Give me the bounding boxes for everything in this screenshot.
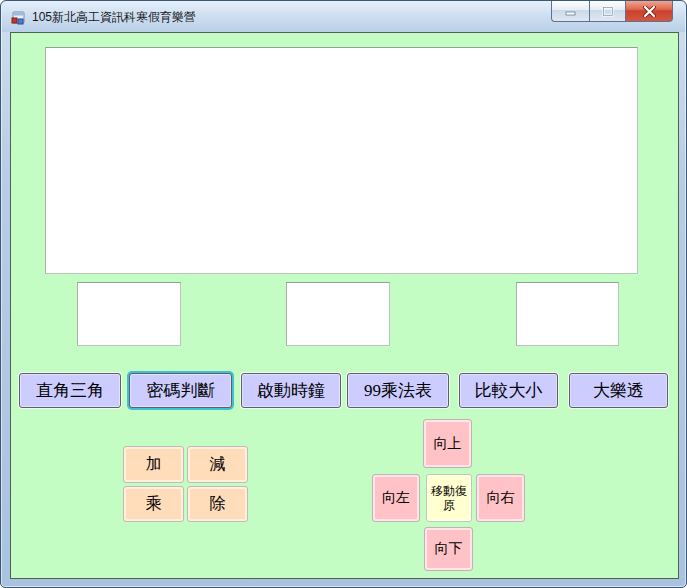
close-icon <box>643 6 656 17</box>
winforms-app-icon <box>10 10 26 26</box>
compare-size-button[interactable]: 比較大小 <box>459 373 558 408</box>
sub-panel-2 <box>286 282 390 346</box>
app-window: 105新北高工資訊科寒假育樂營 直角三角 密碼判斷 啟動時鐘 99乘法表 比較大… <box>0 0 687 588</box>
maximize-button[interactable] <box>589 1 626 22</box>
move-up-button[interactable]: 向上 <box>423 419 472 468</box>
caption-buttons <box>551 1 673 23</box>
sub-panel-1 <box>77 282 181 346</box>
multiplication-table-button[interactable]: 99乘法表 <box>347 373 449 408</box>
main-display-panel <box>45 47 638 274</box>
minimize-icon <box>565 7 577 16</box>
move-right-button[interactable]: 向右 <box>476 474 525 522</box>
close-button[interactable] <box>626 1 673 22</box>
move-down-button[interactable]: 向下 <box>424 527 473 571</box>
add-button[interactable]: 加 <box>123 446 184 483</box>
multiply-button[interactable]: 乘 <box>123 486 184 522</box>
password-check-button[interactable]: 密碼判斷 <box>129 373 232 408</box>
lottery-button[interactable]: 大樂透 <box>569 373 668 408</box>
subtract-button[interactable]: 減 <box>187 446 248 483</box>
minimize-button[interactable] <box>551 1 589 22</box>
right-triangle-button[interactable]: 直角三角 <box>19 373 121 408</box>
maximize-icon <box>602 6 614 17</box>
divide-button[interactable]: 除 <box>187 486 248 522</box>
sub-panel-3 <box>516 282 619 346</box>
start-clock-button[interactable]: 啟動時鐘 <box>241 373 341 408</box>
move-left-button[interactable]: 向左 <box>372 474 420 522</box>
move-reset-button[interactable]: 移動復原 <box>426 474 472 522</box>
window-title: 105新北高工資訊科寒假育樂營 <box>32 2 196 32</box>
